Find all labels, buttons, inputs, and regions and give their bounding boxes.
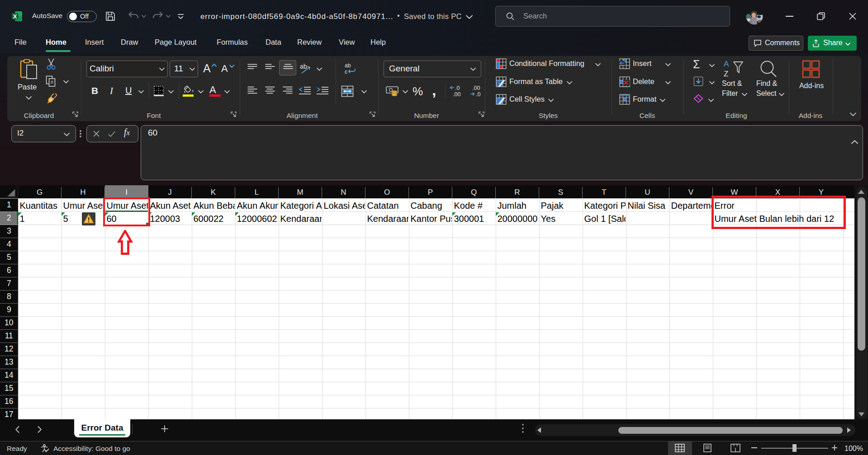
- svg-text:.0: .0: [455, 85, 460, 91]
- svg-text:ab: ab: [300, 63, 307, 70]
- svg-text:X: X: [13, 13, 17, 20]
- svg-text:Z: Z: [724, 70, 728, 78]
- svg-text:.00: .00: [453, 91, 460, 97]
- svg-text:c: c: [345, 69, 347, 75]
- svg-text:A: A: [724, 60, 729, 68]
- svg-text:.0: .0: [476, 91, 480, 97]
- svg-text:ab: ab: [345, 62, 351, 69]
- svg-text:.00: .00: [472, 85, 480, 91]
